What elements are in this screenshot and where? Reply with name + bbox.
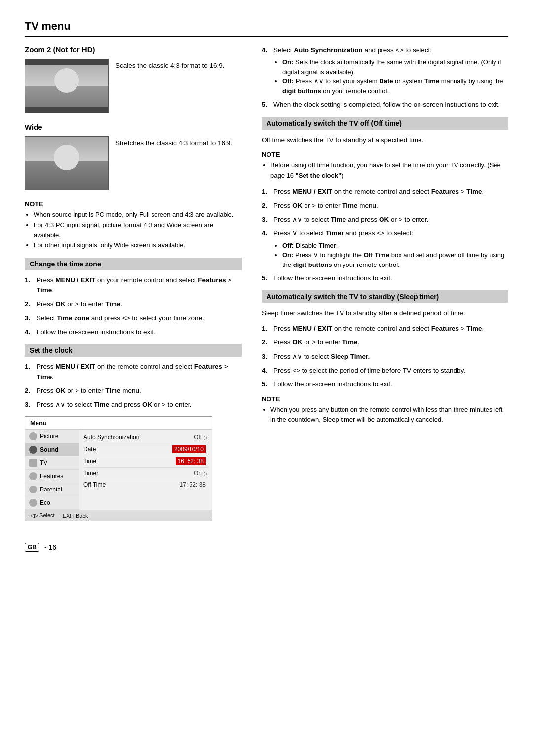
right-column: 4. Select Auto Synchronization and press… xyxy=(262,45,508,528)
bullet-item: On: Sets the clock automatically the sam… xyxy=(282,57,508,76)
step-item: 5. When the clock setting is completed, … xyxy=(262,100,508,110)
step-item: 2. Press OK or > to enter Time. xyxy=(25,300,242,309)
menu-row-autosync: Auto Synchronization Off ▷ xyxy=(83,432,208,443)
page-footer: GB - 16 xyxy=(25,543,508,552)
menu-row-offtime: Off Time 17: 52: 38 xyxy=(83,479,208,490)
sleep-timer-note-title: NOTE xyxy=(262,395,508,403)
auto-off-note: NOTE Before using off time function, you… xyxy=(262,151,508,181)
sidebar-item-eco: Eco xyxy=(25,496,79,510)
step-item: 4. Press <> to select the period of time… xyxy=(262,366,508,376)
step-item: 3. Press ∧∨ to select Time and press OK … xyxy=(262,215,508,225)
menu-content: Auto Synchronization Off ▷ Date 2009/10/… xyxy=(79,430,212,510)
wide-title: Wide xyxy=(25,123,242,131)
letterbox-bottom xyxy=(25,107,108,113)
step-item: 1. Press MENU / EXIT on the remote contr… xyxy=(25,362,242,382)
note-item: For other input signals, only Wide scree… xyxy=(34,240,242,251)
step-item: 2. Press OK or > to enter Time menu. xyxy=(25,386,242,396)
step-item: 5. Follow the on-screen instructions to … xyxy=(262,379,508,389)
set-clock-header: Set the clock xyxy=(25,344,242,357)
wide-note-list: When source input is PC mode, only Full … xyxy=(25,210,242,251)
wide-image xyxy=(25,136,109,190)
step-item: 1. Press MENU / EXIT on your remote cont… xyxy=(25,275,242,296)
step-item: 2. Press OK or > to enter Time. xyxy=(262,338,508,347)
step-item: 1. Press MENU / EXIT on the remote contr… xyxy=(262,324,508,334)
menu-select-label: ◁▷ Select xyxy=(30,512,55,519)
note-item: When source input is PC mode, only Full … xyxy=(34,210,242,220)
auto-off-steps: 1. Press MENU / EXIT on the remote contr… xyxy=(262,187,508,284)
left-column: Zoom 2 (Not for HD) Scales the classic 4… xyxy=(25,45,242,528)
step-item: 4. Follow the on-screen instructions to … xyxy=(25,327,242,337)
picture-icon xyxy=(29,432,37,440)
wide-note-box: NOTE When source input is PC mode, only … xyxy=(25,200,242,251)
menu-back-label: EXIT Back xyxy=(63,512,88,519)
step-item: 3. Select Time zone and press <> to sele… xyxy=(25,313,242,323)
zoom2-image xyxy=(25,59,109,113)
menu-row-timer: Timer On ▷ xyxy=(83,468,208,479)
auto-off-note-title: NOTE xyxy=(262,151,508,158)
menu-sidebar: Picture Sound TV Features xyxy=(25,430,79,510)
sleep-timer-header: Automatically switch the TV to standby (… xyxy=(262,290,508,303)
menu-screenshot-title: Menu xyxy=(25,417,212,430)
features-icon xyxy=(29,472,37,480)
gb-badge: GB xyxy=(25,543,39,552)
note-item: For 4:3 PC input signal, picture format … xyxy=(34,220,242,241)
sidebar-item-sound: Sound xyxy=(25,443,79,456)
bullet-item: Off: Disable Timer. xyxy=(282,241,508,251)
step-item: 2. Press OK or > to enter Time menu. xyxy=(262,201,508,211)
note-item: Before using off time function, you have… xyxy=(270,160,508,181)
tv-icon xyxy=(29,459,37,467)
menu-screenshot: Menu Picture Sound TV xyxy=(25,416,212,521)
sidebar-item-parental: Parental xyxy=(25,483,79,496)
parental-icon xyxy=(29,486,37,493)
menu-row-date: Date 2009/10/10 xyxy=(83,443,208,455)
zoom2-block: Scales the classic 4:3 format to 16:9. xyxy=(25,59,242,113)
step-item: 4. Press ∨ to select Timer and press <> … xyxy=(262,228,508,269)
menu-body: Picture Sound TV Features xyxy=(25,430,212,510)
sleep-timer-note-list: When you press any button on the remote … xyxy=(262,405,508,425)
sidebar-item-tv: TV xyxy=(25,456,79,470)
arrow-icon: ▷ xyxy=(204,471,208,476)
bullet-item: On: Press ∨ to highlight the Off Time bo… xyxy=(282,250,508,269)
sidebar-item-features: Features xyxy=(25,470,79,483)
menu-footer: ◁▷ Select EXIT Back xyxy=(25,510,212,521)
sidebar-item-picture: Picture xyxy=(25,430,79,443)
step-item: 3. Press ∧∨ to select Time and press OK … xyxy=(25,400,242,410)
sound-icon xyxy=(29,446,37,454)
eco-icon xyxy=(29,499,37,507)
zoom2-desc: Scales the classic 4:3 format to 16:9. xyxy=(115,59,225,71)
autosync-step4: 4. Select Auto Synchronization and press… xyxy=(262,45,508,110)
change-timezone-steps: 1. Press MENU / EXIT on your remote cont… xyxy=(25,275,242,337)
step-item: 3. Press ∧∨ to select Sleep Timer. xyxy=(262,352,508,362)
note-item: When you press any button on the remote … xyxy=(270,405,508,425)
step-item: 5. Follow the on-screen instructions to … xyxy=(262,273,508,283)
auto-off-note-list: Before using off time function, you have… xyxy=(262,160,508,181)
moon-shape xyxy=(54,68,79,93)
wide-moon-shape xyxy=(54,145,79,170)
wide-note-title: NOTE xyxy=(25,200,242,208)
wide-block: Stretches the classic 4:3 format to 16:9… xyxy=(25,136,242,190)
sleep-timer-steps: 1. Press MENU / EXIT on the remote contr… xyxy=(262,324,508,389)
change-timezone-header: Change the time zone xyxy=(25,258,242,270)
auto-off-header: Automatically switch the TV off (Off tim… xyxy=(262,117,508,130)
step-item: 4. Select Auto Synchronization and press… xyxy=(262,45,508,96)
set-clock-steps: 1. Press MENU / EXIT on the remote contr… xyxy=(25,362,242,410)
wide-desc: Stretches the classic 4:3 format to 16:9… xyxy=(115,136,232,148)
zoom2-title: Zoom 2 (Not for HD) xyxy=(25,45,242,54)
step-item: 1. Press MENU / EXIT on the remote contr… xyxy=(262,187,508,197)
arrow-icon: ▷ xyxy=(204,435,208,440)
sleep-timer-note: NOTE When you press any button on the re… xyxy=(262,395,508,425)
page-title: TV menu xyxy=(25,20,508,37)
sleep-timer-intro: Sleep timer switches the TV to standby a… xyxy=(262,308,508,319)
menu-row-time: Time 16: 52: 38 xyxy=(83,455,208,468)
letterbox-top xyxy=(25,59,108,65)
auto-off-intro: Off time switches the TV to standby at a… xyxy=(262,135,508,146)
bullet-item: Off: Press ∧∨ to set your system Date or… xyxy=(282,76,508,96)
page-number-text: - 16 xyxy=(44,543,56,551)
